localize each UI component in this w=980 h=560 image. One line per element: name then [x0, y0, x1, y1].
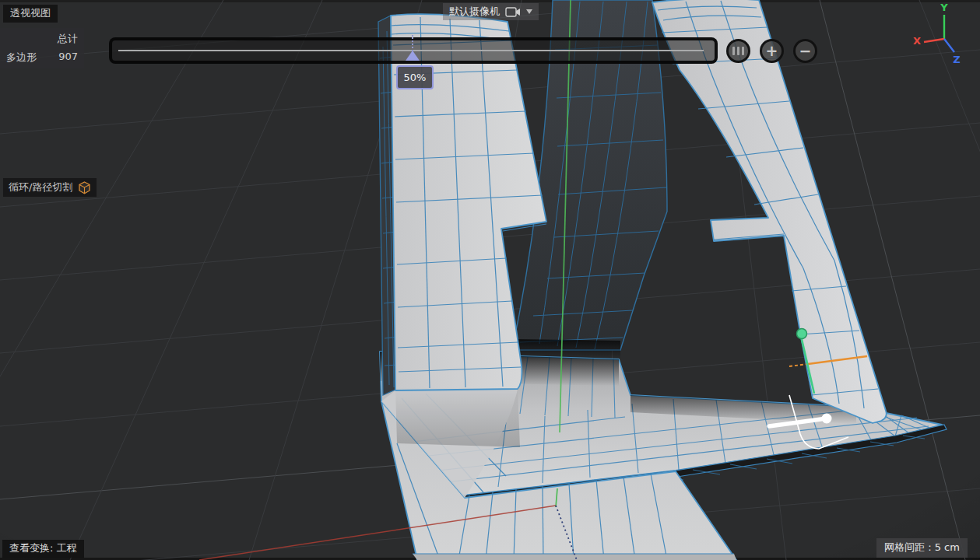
view-label: 透视视图: [3, 5, 58, 23]
camera-label: 默认摄像机: [449, 5, 500, 19]
axis-x-label: X: [913, 35, 921, 47]
chevron-down-icon: [526, 9, 532, 14]
view-transform-status: 查看变换: 工程: [2, 540, 84, 558]
tool-hint-label: 循环/路径切割: [9, 180, 72, 194]
viewport-3d[interactable]: 透视视图 总计 多边形 907 默认摄像机 循环/路径切割 50% + − Y …: [0, 0, 980, 560]
slider-marker-line: [412, 35, 413, 51]
slider-handle[interactable]: [406, 51, 420, 61]
slider-menu-button[interactable]: [726, 39, 750, 63]
grid-spacing-status: 网格间距 : 5 cm: [876, 538, 968, 558]
camera-menu[interactable]: 默认摄像机: [443, 3, 539, 20]
tool-hint: 循环/路径切割: [3, 178, 97, 197]
axis-z-label: Z: [953, 54, 960, 65]
slider-tooltip: 50%: [396, 65, 434, 89]
increase-button[interactable]: +: [760, 39, 784, 63]
scene-render: [0, 0, 980, 560]
poly-count-hud: 总计 多边形 907: [0, 28, 84, 68]
total-label: 总计: [51, 32, 78, 46]
decrease-button[interactable]: −: [793, 39, 817, 63]
camera-icon: [505, 6, 521, 18]
axis-y-label: Y: [940, 2, 948, 13]
polygons-value: 907: [51, 51, 78, 65]
cube-icon: [78, 181, 91, 194]
bars-icon: [732, 47, 735, 55]
axis-gizmo[interactable]: Y X Z: [908, 2, 975, 67]
polygons-label: 多边形: [6, 51, 47, 65]
